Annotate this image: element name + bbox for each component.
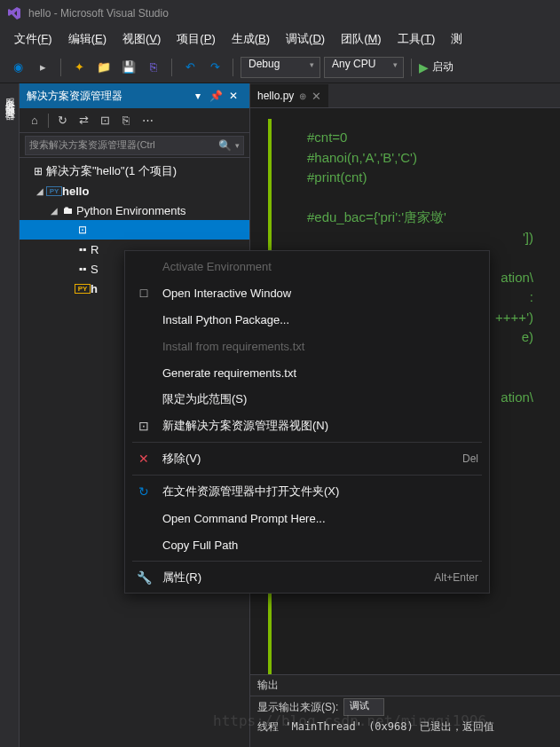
- folder-icon: 🖿: [60, 204, 76, 216]
- context-menu-item[interactable]: ↻在文件资源管理器中打开文件夹(X): [125, 478, 489, 505]
- code-text: #print(cnt): [307, 169, 367, 185]
- properties-icon[interactable]: ⋯: [138, 111, 157, 130]
- output-toolbar: 显示输出来源(S): 调试: [250, 696, 560, 718]
- nav-back-button[interactable]: ◉: [7, 57, 28, 78]
- context-menu-item[interactable]: ⊡新建解决方案资源管理器视图(N): [125, 413, 489, 439]
- menu-item-icon: 🔧: [136, 570, 152, 585]
- separator: [132, 561, 482, 562]
- pin-icon[interactable]: 📌: [207, 87, 225, 105]
- menu-item-label: Generate requirements.txt: [162, 366, 478, 380]
- context-menu-item[interactable]: 限定为此范围(S): [125, 386, 489, 413]
- pin-icon[interactable]: ⊕: [299, 91, 306, 101]
- menu-test[interactable]: 测: [444, 28, 469, 50]
- search-paths-icon: ▪▪: [75, 263, 91, 275]
- editor-tabs: hello.py ⊕ ✕: [250, 83, 560, 108]
- menu-view[interactable]: 视图(V): [115, 28, 168, 50]
- expand-arrow-icon[interactable]: ◢: [34, 186, 46, 196]
- menu-edit[interactable]: 编辑(E): [61, 28, 114, 50]
- refresh-icon[interactable]: ↻: [52, 111, 72, 130]
- editor-tab[interactable]: hello.py ⊕ ✕: [250, 84, 328, 107]
- code-text: #edu_bac={'pri':'唐家墩': [307, 209, 446, 224]
- start-debug-label[interactable]: 启动: [432, 59, 454, 75]
- project-node[interactable]: ◢ PY hello: [20, 181, 249, 201]
- search-container: 搜索解决方案资源管理器(Ctrl 🔍 ▾: [20, 133, 249, 158]
- code-text: ']): [523, 230, 533, 245]
- context-menu: Activate Environment□Open Interactive Wi…: [124, 250, 490, 594]
- close-icon[interactable]: ✕: [225, 87, 242, 105]
- separator: [411, 59, 412, 76]
- search-input[interactable]: 搜索解决方案资源管理器(Ctrl 🔍 ▾: [25, 136, 244, 155]
- menu-bar: 文件(F) 编辑(E) 视图(V) 项目(P) 生成(B) 调试(D) 团队(M…: [0, 27, 560, 51]
- context-menu-item[interactable]: Open Command Prompt Here...: [125, 505, 489, 531]
- redo-button[interactable]: ↷: [204, 57, 225, 78]
- separator: [233, 59, 233, 76]
- collapse-icon[interactable]: ⊡: [95, 111, 114, 130]
- menu-item-label: Open Command Prompt Here...: [162, 512, 478, 525]
- menu-item-icon: ⊡: [136, 419, 152, 433]
- dropdown-icon[interactable]: ▾: [189, 87, 207, 105]
- menu-build[interactable]: 生成(B): [225, 28, 277, 50]
- main-toolbar: ◉ ▸ ✦ 📁 💾 ⎘ ↶ ↷ Debug Any CPU ▶ 启动: [0, 51, 560, 83]
- show-all-icon[interactable]: ⎘: [116, 111, 136, 130]
- code-text: #hanoi(n,'A','B','C'): [307, 150, 417, 165]
- menu-tools[interactable]: 工具(T): [390, 28, 443, 50]
- tree-label: hello: [62, 185, 89, 198]
- nav-fwd-button[interactable]: ▸: [32, 57, 53, 78]
- menu-file[interactable]: 文件(F): [7, 28, 59, 50]
- context-menu-item[interactable]: Install Python Package...: [125, 306, 489, 333]
- tree-label: R: [91, 243, 99, 256]
- output-source-dropdown[interactable]: 调试: [343, 698, 384, 716]
- context-menu-item[interactable]: Generate requirements.txt: [125, 359, 489, 386]
- sync-icon[interactable]: ⇄: [74, 111, 93, 130]
- output-panel: 输出 显示输出来源(S): 调试 线程 'MainThread' (0x968)…: [250, 674, 560, 747]
- menu-project[interactable]: 项目(P): [170, 28, 222, 50]
- code-text: :: [530, 289, 533, 304]
- environments-node[interactable]: ◢ 🖿 Python Environments: [20, 201, 249, 220]
- context-menu-item[interactable]: 🔧属性(R)Alt+Enter: [125, 564, 489, 591]
- solution-icon: ⊞: [30, 165, 46, 177]
- panel-header: 解决方案资源管理器 ▾ 📌 ✕: [20, 83, 249, 108]
- context-menu-item[interactable]: □Open Interactive Window: [125, 279, 489, 306]
- separator: [60, 59, 61, 76]
- menu-item-icon: □: [136, 286, 152, 300]
- output-header[interactable]: 输出: [250, 675, 560, 696]
- new-item-button[interactable]: ✦: [68, 57, 90, 78]
- references-icon: ▪▪: [75, 243, 91, 256]
- close-icon[interactable]: ✕: [312, 90, 321, 103]
- menu-debug[interactable]: 调试(D): [279, 28, 332, 50]
- code-text: ++++'): [495, 310, 533, 325]
- menu-item-label: 新建解决方案资源管理器视图(N): [162, 418, 478, 434]
- chevron-down-icon[interactable]: ▾: [235, 141, 240, 150]
- save-button[interactable]: 💾: [118, 57, 139, 78]
- save-all-button[interactable]: ⎘: [143, 57, 164, 78]
- context-menu-item[interactable]: ✕移除(V)Del: [125, 445, 489, 472]
- server-explorer-tab[interactable]: 服务器资源管理器: [0, 83, 20, 747]
- platform-dropdown[interactable]: Any CPU: [324, 57, 404, 78]
- env-icon: ⊡: [75, 224, 91, 236]
- start-debug-icon[interactable]: ▶: [419, 60, 429, 75]
- home-icon[interactable]: ⌂: [25, 111, 44, 130]
- separator: [132, 475, 482, 476]
- menu-item-shortcut: Del: [462, 452, 478, 465]
- separator: [132, 442, 482, 443]
- environment-item[interactable]: ⊡: [20, 220, 249, 240]
- output-text: 线程 'MainThread' (0x968) 已退出，返回值: [250, 718, 560, 736]
- context-menu-item: Install from requirements.txt: [125, 333, 489, 359]
- expand-arrow-icon[interactable]: ◢: [48, 206, 60, 216]
- open-button[interactable]: 📁: [93, 57, 114, 78]
- config-dropdown[interactable]: Debug: [241, 57, 320, 78]
- menu-item-label: Copy Full Path: [162, 539, 478, 552]
- search-icon: 🔍: [218, 139, 232, 152]
- menu-item-label: Activate Environment: [162, 260, 478, 273]
- menu-item-label: 属性(R): [162, 570, 423, 586]
- tree-label: S: [91, 263, 99, 276]
- undo-button[interactable]: ↶: [179, 57, 201, 78]
- menu-team[interactable]: 团队(M): [334, 28, 389, 50]
- menu-item-icon: ↻: [136, 484, 152, 499]
- solution-node[interactable]: ⊞ 解决方案"hello"(1 个项目): [20, 161, 249, 181]
- separator: [48, 114, 49, 128]
- context-menu-item[interactable]: Copy Full Path: [125, 531, 489, 558]
- title-bar: hello - Microsoft Visual Studio: [0, 0, 560, 27]
- menu-item-label: Open Interactive Window: [162, 287, 478, 300]
- search-placeholder: 搜索解决方案资源管理器(Ctrl: [29, 138, 218, 152]
